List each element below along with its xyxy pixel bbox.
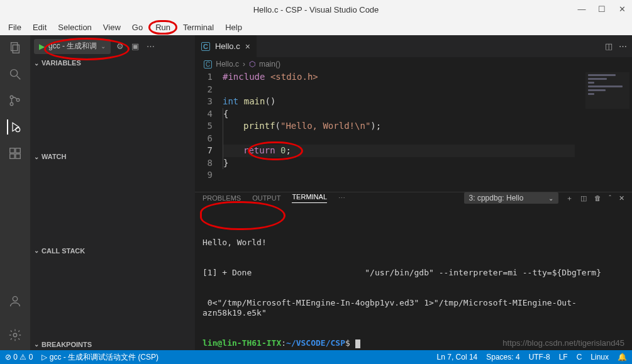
- tab-hello-c[interactable]: C Hello.c ×: [195, 35, 257, 57]
- cube-icon: ⬡: [249, 60, 255, 69]
- maximize-panel-icon[interactable]: ˆ: [609, 194, 611, 202]
- accounts-icon[interactable]: [8, 294, 23, 309]
- svg-rect-1: [13, 45, 19, 53]
- launch-config-label: gcc - 生成和调: [48, 41, 97, 52]
- chevron-down-icon: ⌄: [34, 341, 39, 348]
- terminal-cursor: [355, 339, 360, 348]
- terminal-selector[interactable]: 3: cppdbg: Hello ⌄: [464, 192, 559, 204]
- new-terminal-icon[interactable]: ＋: [566, 194, 573, 203]
- trash-icon[interactable]: 🗑: [594, 194, 601, 202]
- debug-side-panel: ▶ gcc - 生成和调 ⌄ ⚙ ▣ ⋯ ⌄ Variables ⌄ Watch…: [30, 35, 195, 350]
- menu-edit[interactable]: Edit: [27, 21, 52, 33]
- terminal-line: [1] + Done"/usr/bin/gdb" --interpreter=m…: [202, 268, 624, 278]
- chevron-down-icon: ⌄: [548, 195, 553, 202]
- close-panel-icon[interactable]: ✕: [619, 194, 624, 202]
- annotation-circle: [200, 201, 286, 230]
- code-content[interactable]: #include <stdio.h> int main() { printf("…: [223, 71, 575, 192]
- chevron-down-icon: ⌄: [34, 60, 39, 67]
- svg-rect-12: [16, 148, 20, 153]
- more-icon[interactable]: ⋯: [338, 194, 345, 202]
- chevron-down-icon: ⌄: [34, 153, 39, 160]
- close-tab-icon[interactable]: ×: [245, 41, 250, 52]
- svg-point-13: [13, 297, 17, 301]
- section-breakpoints[interactable]: ⌄ Breakpoints: [30, 339, 195, 350]
- code-editor[interactable]: 1 2 3 4 5 6 7 8 9 #include <stdio.h> int…: [195, 71, 632, 192]
- svg-line-3: [17, 76, 21, 80]
- c-file-icon: C: [204, 60, 212, 69]
- svg-rect-11: [16, 154, 20, 158]
- chevron-right-icon: ›: [243, 60, 245, 69]
- chevron-down-icon: ⌄: [34, 247, 39, 254]
- run-debug-icon[interactable]: [7, 119, 22, 135]
- status-errors[interactable]: ⊘ 0 ⚠ 0: [5, 353, 33, 361]
- window-controls: — ☐ ✕: [577, 0, 627, 19]
- minimap[interactable]: [585, 72, 629, 109]
- menu-go[interactable]: Go: [126, 21, 148, 33]
- svg-point-5: [10, 102, 13, 106]
- svg-rect-0: [11, 43, 18, 51]
- split-terminal-icon[interactable]: ◫: [580, 194, 587, 202]
- start-debug-icon[interactable]: ▶: [39, 42, 45, 51]
- terminal-line: Hello, World!: [202, 238, 624, 248]
- activity-bar: [0, 35, 30, 350]
- more-actions-icon[interactable]: ⋯: [619, 41, 627, 51]
- gear-icon[interactable]: ⚙: [114, 41, 126, 51]
- menu-selection[interactable]: Selection: [52, 21, 97, 33]
- terminal-line: 0<"/tmp/Microsoft-MIEngine-In-4ogbp1yv.e…: [202, 298, 624, 318]
- status-launch-config[interactable]: ▷ gcc - 生成和调试活动文件 (CSP): [42, 352, 158, 363]
- chevron-down-icon: ⌄: [101, 43, 106, 50]
- section-variables[interactable]: ⌄ Variables: [30, 57, 195, 69]
- debug-console-icon[interactable]: ▣: [130, 41, 141, 51]
- c-file-icon: C: [201, 42, 210, 51]
- tab-problems[interactable]: PROBLEMS: [202, 194, 241, 202]
- svg-point-4: [10, 96, 13, 99]
- svg-point-2: [11, 70, 18, 77]
- workbench: ▶ gcc - 生成和调 ⌄ ⚙ ▣ ⋯ ⌄ Variables ⌄ Watch…: [0, 35, 632, 350]
- split-editor-icon[interactable]: ◫: [605, 41, 613, 51]
- editor-area: C Hello.c × ◫ ⋯ C Hello.c › ⬡ main() 1 2…: [195, 35, 632, 350]
- menu-terminal[interactable]: Terminal: [177, 21, 219, 33]
- bottom-panel: PROBLEMS OUTPUT TERMINAL ⋯ 3: cppdbg: He…: [195, 192, 632, 350]
- debug-toolbar: ▶ gcc - 生成和调 ⌄ ⚙ ▣ ⋯: [30, 35, 195, 57]
- terminal-output[interactable]: Hello, World! [1] + Done"/usr/bin/gdb" -…: [195, 204, 632, 364]
- section-call-stack[interactable]: ⌄ Call Stack: [30, 245, 195, 256]
- section-watch[interactable]: ⌄ Watch: [30, 151, 195, 162]
- tab-output[interactable]: OUTPUT: [252, 194, 280, 202]
- svg-point-14: [13, 333, 17, 337]
- extensions-icon[interactable]: [8, 146, 23, 161]
- launch-config-selector[interactable]: ▶ gcc - 生成和调 ⌄: [34, 39, 111, 54]
- debug-alt-icon: ▷: [42, 353, 47, 361]
- menu-bar: File Edit Selection View Go Run Terminal…: [0, 19, 632, 35]
- maximize-icon[interactable]: ☐: [597, 4, 607, 14]
- window-title: Hello.c - CSP - Visual Studio Code: [253, 5, 379, 14]
- menu-file[interactable]: File: [3, 21, 27, 33]
- editor-tabs: C Hello.c × ◫ ⋯: [195, 35, 632, 57]
- menu-view[interactable]: View: [97, 21, 126, 33]
- terminal-prompt: lin@lin-TH61-ITX:~/VSCODE/CSP$: [202, 338, 624, 348]
- breadcrumb[interactable]: C Hello.c › ⬡ main(): [195, 57, 632, 71]
- source-control-icon[interactable]: [8, 93, 23, 108]
- menu-run[interactable]: Run: [148, 20, 177, 35]
- more-icon[interactable]: ⋯: [145, 41, 156, 51]
- settings-icon[interactable]: [8, 328, 23, 343]
- svg-rect-9: [10, 148, 14, 153]
- minimize-icon[interactable]: —: [577, 4, 587, 14]
- tab-terminal[interactable]: TERMINAL: [292, 193, 327, 203]
- explorer-icon[interactable]: [8, 40, 23, 55]
- search-icon[interactable]: [8, 67, 23, 82]
- panel-tabs: PROBLEMS OUTPUT TERMINAL ⋯ 3: cppdbg: He…: [195, 192, 632, 204]
- svg-point-6: [16, 99, 19, 102]
- menu-help[interactable]: Help: [219, 21, 248, 33]
- title-bar: Hello.c - CSP - Visual Studio Code — ☐ ✕: [0, 0, 632, 19]
- close-icon[interactable]: ✕: [617, 4, 627, 14]
- line-gutter: 1 2 3 4 5 6 7 8 9: [195, 71, 223, 192]
- svg-rect-10: [10, 154, 14, 158]
